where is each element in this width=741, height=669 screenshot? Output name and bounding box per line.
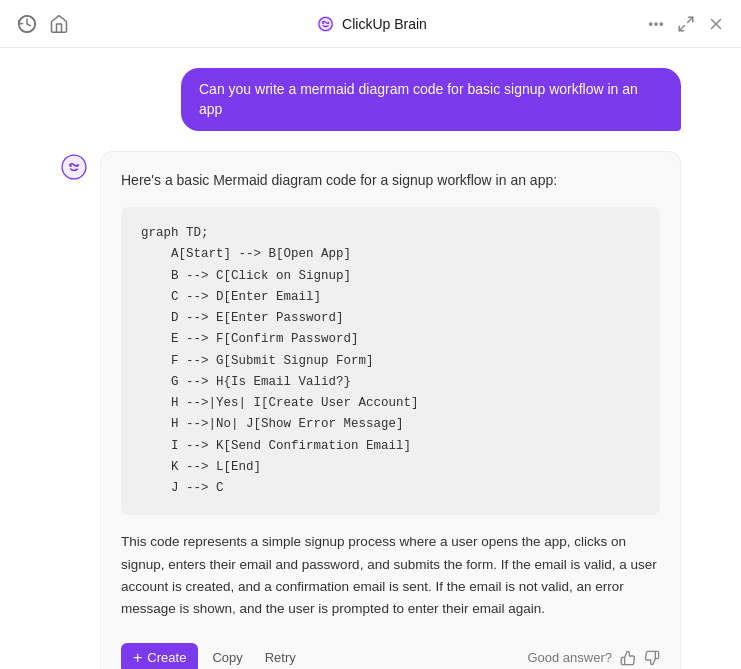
svg-point-4 — [655, 22, 657, 24]
header-left — [16, 13, 70, 35]
main-content: Can you write a mermaid diagram code for… — [0, 48, 741, 669]
code-block: graph TD; A[Start] --> B[Open App] B -->… — [121, 207, 660, 515]
close-icon[interactable] — [707, 15, 725, 33]
action-bar-left: Create Copy Retry — [121, 643, 304, 670]
ai-response-card: Here's a basic Mermaid diagram code for … — [100, 151, 681, 669]
header-right — [647, 15, 725, 33]
user-message: Can you write a mermaid diagram code for… — [181, 68, 681, 131]
svg-point-10 — [62, 155, 86, 179]
ai-intro-text: Here's a basic Mermaid diagram code for … — [121, 170, 660, 191]
thumbs-down-icon[interactable] — [644, 650, 660, 666]
header: ClickUp Brain — [0, 0, 741, 48]
ai-avatar-icon — [60, 153, 88, 181]
copy-button[interactable]: Copy — [204, 645, 250, 669]
thumbs-up-icon[interactable] — [620, 650, 636, 666]
home-icon[interactable] — [48, 13, 70, 35]
ai-response-container: Here's a basic Mermaid diagram code for … — [60, 151, 681, 669]
retry-button[interactable]: Retry — [257, 645, 304, 669]
feedback-label: Good answer? — [527, 650, 612, 665]
svg-point-12 — [76, 165, 78, 167]
svg-point-1 — [322, 22, 324, 24]
svg-point-11 — [70, 165, 72, 167]
more-options-icon[interactable] — [647, 15, 665, 33]
header-center: ClickUp Brain — [314, 13, 427, 35]
history-icon[interactable] — [16, 13, 38, 35]
user-message-container: Can you write a mermaid diagram code for… — [60, 68, 681, 131]
create-button[interactable]: Create — [121, 643, 198, 670]
ai-description-text: This code represents a simple signup pro… — [121, 531, 660, 620]
svg-point-5 — [660, 22, 662, 24]
header-title: ClickUp Brain — [342, 16, 427, 32]
svg-line-6 — [688, 17, 693, 22]
clickup-brain-logo-icon — [314, 13, 336, 35]
svg-point-2 — [327, 22, 329, 24]
action-bar-right: Good answer? — [527, 650, 660, 666]
action-bar: Create Copy Retry Good answer? — [121, 639, 660, 670]
expand-icon[interactable] — [677, 15, 695, 33]
svg-line-7 — [679, 25, 684, 30]
svg-point-3 — [650, 22, 652, 24]
